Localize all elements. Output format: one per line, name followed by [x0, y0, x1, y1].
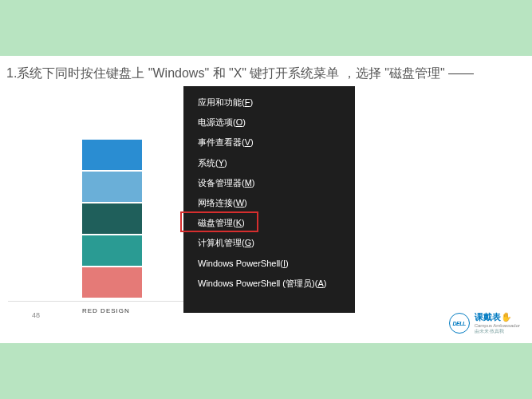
menu-item-a[interactable]: Windows PowerShell (管理员)(A) — [183, 274, 355, 294]
swatch-coral — [82, 267, 142, 298]
swatch-dark-teal — [82, 203, 142, 234]
menu-item-i[interactable]: Windows PowerShell(I) — [183, 254, 355, 274]
red-design-label: RED DESIGN — [82, 307, 130, 314]
menu-item-f[interactable]: 应用和功能(F) — [183, 93, 355, 113]
logo-text: 课戴表✋ Campus Ambassador 由未来·致真我 — [475, 311, 520, 335]
swatch-light-blue — [82, 172, 142, 202]
menu-item-o[interactable]: 电源选项(O) — [183, 113, 355, 132]
logo-main: 课戴表✋ — [475, 311, 520, 323]
slide-title: 1.系统下同时按住键盘上 "Windows" 和 "X" 键打开系统菜单 ，选择… — [6, 65, 532, 82]
page-number: 48 — [32, 311, 40, 319]
slide: 1.系统下同时按住键盘上 "Windows" 和 "X" 键打开系统菜单 ，选择… — [0, 56, 532, 343]
swatch-blue — [82, 140, 142, 170]
swatch-teal — [82, 235, 142, 266]
menu-item-k[interactable]: 磁盘管理(K) — [183, 213, 355, 233]
windows-context-menu: 应用和功能(F)电源选项(O)事件查看器(V)系统(Y)设备管理器(M)网络连接… — [183, 86, 355, 313]
dell-logo-icon: DELL — [449, 313, 470, 334]
menu-item-v[interactable]: 事件查看器(V) — [183, 132, 355, 152]
menu-item-m[interactable]: 设备管理器(M) — [183, 173, 355, 193]
dell-logo-block: DELL 课戴表✋ Campus Ambassador 由未来·致真我 — [449, 311, 520, 335]
logo-sub2: 由未来·致真我 — [475, 328, 520, 335]
color-swatches — [82, 140, 142, 299]
menu-item-w[interactable]: 网络连接(W) — [183, 193, 355, 213]
menu-item-g[interactable]: 计算机管理(G) — [183, 233, 355, 253]
menu-item-y[interactable]: 系统(Y) — [183, 153, 355, 173]
hand-icon: ✋ — [501, 312, 512, 322]
